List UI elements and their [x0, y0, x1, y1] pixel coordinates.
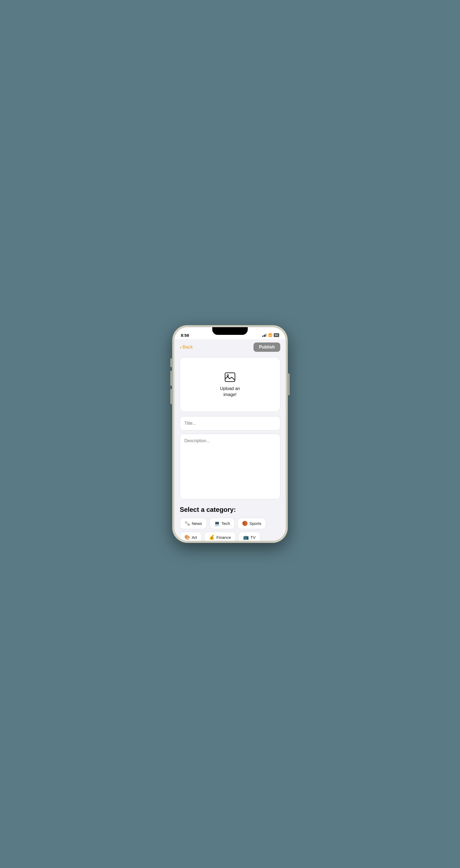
screen-content: ‹ Back Publish Upload an image! — [174, 339, 286, 541]
category-label-news: News — [192, 521, 202, 526]
category-chip-sports[interactable]: 🏀Sports — [237, 518, 266, 529]
category-emoji-sports: 🏀 — [242, 521, 248, 526]
wifi-icon: 📶 — [268, 333, 272, 337]
phone-screen: 8:58 📶 5G ‹ Back Publish — [174, 327, 286, 541]
category-label-tv: TV — [250, 535, 256, 540]
nav-bar: ‹ Back Publish — [174, 339, 286, 354]
image-upload-area[interactable]: Upload an image! — [180, 357, 280, 412]
battery-icon: 5G — [274, 333, 279, 337]
category-grid: 🗞️News💻Tech🏀Sports🎨Art💰Finance📺TV💄Beauty… — [180, 518, 280, 541]
category-chip-art[interactable]: 🎨Art — [180, 532, 202, 541]
category-label-sports: Sports — [249, 521, 261, 526]
back-button[interactable]: ‹ Back — [180, 344, 193, 350]
category-emoji-finance: 💰 — [209, 534, 215, 540]
category-section: Select a category: 🗞️News💻Tech🏀Sports🎨Ar… — [174, 506, 286, 541]
status-time: 8:58 — [181, 333, 189, 338]
category-label-art: Art — [192, 535, 197, 540]
description-input[interactable] — [180, 434, 280, 499]
phone-frame: 8:58 📶 5G ‹ Back Publish — [173, 326, 287, 542]
back-label: Back — [182, 344, 193, 350]
category-chip-finance[interactable]: 💰Finance — [204, 532, 236, 541]
status-icons: 📶 5G — [262, 333, 279, 337]
volume-down-button[interactable] — [171, 389, 172, 404]
mute-button[interactable] — [171, 358, 172, 367]
power-button[interactable] — [288, 373, 289, 395]
category-label-finance: Finance — [216, 535, 231, 540]
signal-icon — [262, 334, 267, 337]
category-title: Select a category: — [180, 506, 280, 514]
title-input[interactable] — [180, 416, 280, 430]
category-emoji-art: 🎨 — [184, 534, 190, 540]
category-emoji-tv: 📺 — [243, 534, 249, 540]
category-label-tech: Tech — [221, 521, 230, 526]
notch — [212, 327, 248, 335]
category-emoji-news: 🗞️ — [184, 521, 190, 526]
upload-text: Upload an image! — [220, 386, 240, 398]
svg-point-1 — [227, 375, 228, 376]
publish-button[interactable]: Publish — [253, 342, 280, 352]
category-chip-tv[interactable]: 📺TV — [239, 532, 260, 541]
volume-up-button[interactable] — [171, 371, 172, 386]
image-placeholder-icon — [224, 371, 236, 383]
category-chip-news[interactable]: 🗞️News — [180, 518, 207, 529]
back-chevron-icon: ‹ — [180, 344, 181, 350]
category-emoji-tech: 💻 — [214, 521, 220, 526]
category-chip-tech[interactable]: 💻Tech — [210, 518, 235, 529]
